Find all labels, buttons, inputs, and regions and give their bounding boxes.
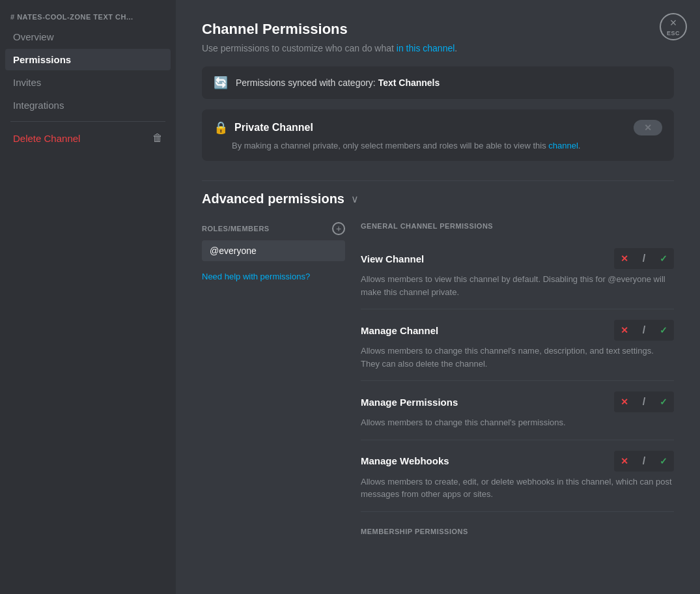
- section-divider: [202, 180, 674, 181]
- perm-view-channel-deny[interactable]: ✕: [615, 249, 634, 268]
- perm-manage-webhooks-header: Manage Webhooks ✕ / ✓: [361, 451, 674, 472]
- subtitle-static: Use permissions to customize who can do …: [202, 43, 397, 53]
- perm-view-channel: View Channel ✕ / ✓ Allows members to vie…: [361, 238, 674, 309]
- perm-view-channel-neutral[interactable]: /: [635, 249, 653, 268]
- perm-view-channel-toggles: ✕ / ✓: [614, 248, 674, 269]
- perm-manage-channel-toggles: ✕ / ✓: [614, 320, 674, 341]
- sidebar-item-delete-channel[interactable]: Delete Channel 🗑: [5, 127, 171, 149]
- perm-view-channel-name: View Channel: [361, 253, 424, 264]
- perm-manage-channel-header: Manage Channel ✕ / ✓: [361, 320, 674, 341]
- private-box-header: 🔒 Private Channel ✕: [214, 120, 662, 135]
- perm-manage-channel: Manage Channel ✕ / ✓ Allows members to c…: [361, 309, 674, 381]
- perm-manage-permissions-neutral[interactable]: /: [635, 393, 653, 411]
- membership-perms-label: MEMBERSHIP PERMISSIONS: [361, 528, 674, 535]
- channel-label: # NATES-COOL-ZONE TEXT CH...: [5, 10, 171, 26]
- perm-manage-webhooks-toggles: ✕ / ✓: [614, 451, 674, 472]
- private-channel-desc: By making a channel private, only select…: [214, 141, 662, 150]
- delete-channel-label: Delete Channel: [13, 133, 80, 144]
- private-box-left: 🔒 Private Channel: [214, 120, 313, 135]
- perm-manage-permissions-deny[interactable]: ✕: [615, 393, 634, 411]
- page-title: Channel Permissions: [202, 21, 674, 38]
- trash-icon: 🗑: [152, 132, 163, 144]
- perm-manage-permissions-allow[interactable]: ✓: [654, 393, 673, 411]
- subtitle-end: .: [455, 43, 457, 53]
- sync-text-bold: Text Channels: [378, 78, 440, 88]
- perm-manage-permissions-name: Manage Permissions: [361, 397, 458, 408]
- roles-panel: ROLES/MEMBERS + @everyone Need help with…: [202, 222, 345, 543]
- permissions-panel: GENERAL CHANNEL PERMISSIONS View Channel…: [361, 222, 674, 543]
- perm-manage-webhooks-neutral[interactable]: /: [635, 452, 653, 470]
- roles-header: ROLES/MEMBERS +: [202, 222, 345, 235]
- perm-manage-channel-name: Manage Channel: [361, 325, 438, 336]
- advanced-title: Advanced permissions: [202, 191, 344, 206]
- main-content: × ESC Channel Permissions Use permission…: [176, 0, 700, 594]
- roles-label: ROLES/MEMBERS: [202, 225, 270, 233]
- perm-view-channel-desc: Allows members to view this channel by d…: [361, 273, 674, 298]
- perm-manage-channel-neutral[interactable]: /: [635, 321, 653, 339]
- role-item-everyone[interactable]: @everyone: [202, 240, 345, 261]
- role-item-everyone-label: @everyone: [210, 246, 257, 256]
- sidebar-divider: [10, 121, 165, 122]
- advanced-layout: ROLES/MEMBERS + @everyone Need help with…: [202, 222, 674, 543]
- lock-icon: 🔒: [214, 120, 228, 135]
- perm-manage-permissions: Manage Permissions ✕ / ✓ Allows members …: [361, 381, 674, 440]
- help-link[interactable]: Need help with permissions?: [202, 272, 345, 281]
- sidebar-item-integrations[interactable]: Integrations: [5, 94, 171, 116]
- sidebar-item-permissions[interactable]: Permissions: [5, 49, 171, 70]
- page-subtitle: Use permissions to customize who can do …: [202, 43, 674, 53]
- private-desc-link: channel: [548, 141, 578, 150]
- perm-manage-channel-allow[interactable]: ✓: [654, 321, 673, 339]
- chevron-down-icon: ∨: [351, 193, 359, 205]
- perm-manage-webhooks-desc: Allows members to create, edit, or delet…: [361, 475, 674, 501]
- private-desc-start: By making a channel private, only select…: [232, 141, 548, 150]
- sidebar-item-permissions-label: Permissions: [13, 54, 71, 65]
- perm-manage-permissions-header: Manage Permissions ✕ / ✓: [361, 391, 674, 412]
- add-role-button[interactable]: +: [332, 222, 345, 235]
- private-desc-end: .: [578, 141, 581, 150]
- close-x-icon: ×: [670, 17, 677, 29]
- subtitle-link: in this channel: [397, 43, 455, 53]
- perm-manage-channel-deny[interactable]: ✕: [615, 321, 634, 339]
- perm-view-channel-allow[interactable]: ✓: [654, 249, 673, 268]
- perm-manage-permissions-toggles: ✕ / ✓: [614, 391, 674, 412]
- sync-icon: 🔄: [214, 76, 228, 90]
- sidebar-item-overview[interactable]: Overview: [5, 26, 171, 48]
- perm-view-channel-header: View Channel ✕ / ✓: [361, 248, 674, 269]
- private-channel-toggle[interactable]: ✕: [634, 120, 662, 135]
- perm-manage-permissions-desc: Allows members to change this channel's …: [361, 416, 674, 429]
- sidebar: # NATES-COOL-ZONE TEXT CH... Overview Pe…: [0, 0, 176, 594]
- toggle-x-icon: ✕: [644, 122, 652, 133]
- sidebar-item-overview-label: Overview: [13, 31, 54, 42]
- close-button[interactable]: × ESC: [660, 13, 687, 40]
- sidebar-item-integrations-label: Integrations: [13, 100, 64, 111]
- sync-text-before: Permissions synced with category:: [236, 78, 378, 88]
- esc-label: ESC: [667, 30, 680, 36]
- perm-manage-channel-desc: Allows members to change this channel's …: [361, 345, 674, 370]
- advanced-header[interactable]: Advanced permissions ∨: [202, 191, 674, 206]
- perm-manage-webhooks-allow[interactable]: ✓: [654, 452, 673, 470]
- perm-manage-webhooks-name: Manage Webhooks: [361, 455, 449, 466]
- sidebar-item-invites[interactable]: Invites: [5, 72, 171, 93]
- private-channel-title: Private Channel: [234, 122, 313, 134]
- sync-text: Permissions synced with category: Text C…: [236, 78, 440, 88]
- sidebar-item-invites-label: Invites: [13, 77, 41, 88]
- perm-manage-webhooks-deny[interactable]: ✕: [615, 452, 634, 470]
- general-perms-label: GENERAL CHANNEL PERMISSIONS: [361, 222, 674, 230]
- perm-manage-webhooks: Manage Webhooks ✕ / ✓ Allows members to …: [361, 440, 674, 512]
- sync-box: 🔄 Permissions synced with category: Text…: [202, 66, 674, 99]
- private-channel-box: 🔒 Private Channel ✕ By making a channel …: [202, 109, 674, 161]
